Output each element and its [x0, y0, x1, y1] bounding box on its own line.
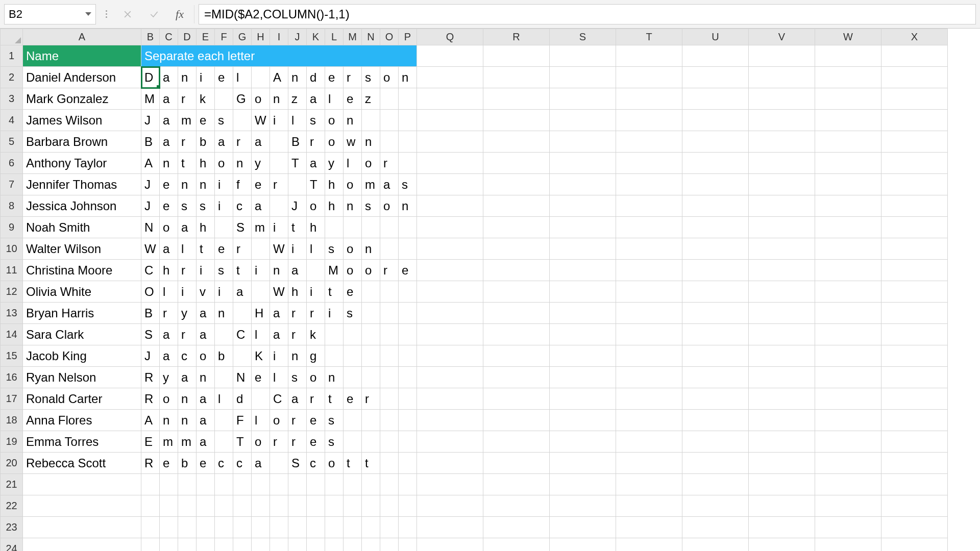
- letter-cell[interactable]: J: [141, 174, 160, 195]
- letter-cell[interactable]: [399, 367, 417, 388]
- cell[interactable]: [483, 174, 550, 195]
- letter-cell[interactable]: [362, 431, 380, 453]
- cell[interactable]: [325, 495, 344, 517]
- letter-cell[interactable]: [215, 324, 233, 345]
- cell[interactable]: [483, 88, 550, 110]
- cell[interactable]: [233, 517, 252, 538]
- column-header-A[interactable]: A: [23, 29, 141, 45]
- cell[interactable]: [23, 538, 141, 552]
- cell[interactable]: [682, 410, 749, 431]
- letter-cell[interactable]: t: [362, 453, 380, 474]
- letter-cell[interactable]: y: [325, 153, 344, 174]
- letter-cell[interactable]: [344, 324, 362, 345]
- cell[interactable]: [881, 88, 948, 110]
- letter-cell[interactable]: F: [233, 410, 252, 431]
- letter-cell[interactable]: l: [288, 110, 307, 131]
- letter-cell[interactable]: n: [362, 131, 380, 153]
- letter-cell[interactable]: a: [270, 303, 288, 324]
- cell[interactable]: [483, 131, 550, 153]
- letter-cell[interactable]: A: [141, 153, 160, 174]
- letter-cell[interactable]: i: [325, 303, 344, 324]
- cell[interactable]: [178, 517, 197, 538]
- cell[interactable]: [417, 281, 483, 303]
- cell[interactable]: [881, 367, 948, 388]
- cell[interactable]: [380, 517, 399, 538]
- row-header-7[interactable]: 7: [1, 174, 23, 195]
- letter-cell[interactable]: b: [215, 345, 233, 367]
- cell[interactable]: [483, 495, 550, 517]
- letter-cell[interactable]: [380, 303, 399, 324]
- cell[interactable]: [815, 217, 881, 238]
- cell[interactable]: [417, 367, 483, 388]
- letter-cell[interactable]: T: [307, 174, 325, 195]
- letter-cell[interactable]: a: [197, 388, 215, 410]
- formula-input-wrap[interactable]: [199, 4, 976, 24]
- letter-cell[interactable]: l: [178, 238, 197, 260]
- letter-cell[interactable]: [380, 367, 399, 388]
- cell[interactable]: [550, 303, 616, 324]
- cell[interactable]: [550, 410, 616, 431]
- cell[interactable]: [417, 110, 483, 131]
- letter-cell[interactable]: N: [233, 367, 252, 388]
- letter-cell[interactable]: c: [233, 453, 252, 474]
- letter-cell[interactable]: b: [197, 131, 215, 153]
- letter-cell[interactable]: D: [141, 67, 160, 88]
- cell[interactable]: [141, 517, 160, 538]
- cell[interactable]: [815, 324, 881, 345]
- cell[interactable]: [417, 495, 483, 517]
- cell[interactable]: [616, 217, 682, 238]
- letter-cell[interactable]: i: [197, 260, 215, 281]
- cell[interactable]: [616, 238, 682, 260]
- letter-cell[interactable]: r: [288, 410, 307, 431]
- cell[interactable]: [483, 45, 550, 67]
- letter-cell[interactable]: n: [178, 67, 197, 88]
- name-cell[interactable]: Sara Clark: [23, 324, 141, 345]
- cell[interactable]: [682, 303, 749, 324]
- row-header-14[interactable]: 14: [1, 324, 23, 345]
- cell[interactable]: [399, 517, 417, 538]
- letter-cell[interactable]: s: [197, 195, 215, 217]
- cell[interactable]: [749, 410, 815, 431]
- letter-cell[interactable]: [215, 88, 233, 110]
- letter-cell[interactable]: E: [141, 431, 160, 453]
- cell[interactable]: [550, 538, 616, 552]
- cell[interactable]: [550, 45, 616, 67]
- letter-cell[interactable]: [399, 324, 417, 345]
- row-header-19[interactable]: 19: [1, 431, 23, 453]
- letter-cell[interactable]: a: [270, 324, 288, 345]
- letter-cell[interactable]: t: [325, 281, 344, 303]
- letter-cell[interactable]: e: [160, 195, 178, 217]
- column-header-R[interactable]: R: [483, 29, 550, 45]
- letter-cell[interactable]: [380, 388, 399, 410]
- cell[interactable]: [815, 67, 881, 88]
- cell[interactable]: [881, 431, 948, 453]
- cell[interactable]: [233, 538, 252, 552]
- letter-cell[interactable]: r: [307, 303, 325, 324]
- letter-cell[interactable]: M: [141, 88, 160, 110]
- cell[interactable]: [616, 131, 682, 153]
- cell[interactable]: [325, 517, 344, 538]
- cell[interactable]: [417, 324, 483, 345]
- letter-cell[interactable]: s: [215, 110, 233, 131]
- letter-cell[interactable]: n: [344, 110, 362, 131]
- cell[interactable]: [749, 453, 815, 474]
- letter-cell[interactable]: a: [288, 388, 307, 410]
- column-header-H[interactable]: H: [252, 29, 270, 45]
- letter-cell[interactable]: B: [288, 131, 307, 153]
- letter-cell[interactable]: [215, 367, 233, 388]
- letter-cell[interactable]: [362, 324, 380, 345]
- cell[interactable]: [252, 495, 270, 517]
- cell[interactable]: [178, 538, 197, 552]
- cell[interactable]: [682, 45, 749, 67]
- cell[interactable]: [881, 260, 948, 281]
- letter-cell[interactable]: [380, 453, 399, 474]
- cell[interactable]: [749, 67, 815, 88]
- cell[interactable]: [483, 410, 550, 431]
- header-name[interactable]: Name: [23, 45, 141, 67]
- letter-cell[interactable]: [399, 88, 417, 110]
- letter-cell[interactable]: f: [233, 174, 252, 195]
- letter-cell[interactable]: r: [307, 131, 325, 153]
- cell[interactable]: [288, 495, 307, 517]
- cell[interactable]: [815, 153, 881, 174]
- cell[interactable]: [483, 238, 550, 260]
